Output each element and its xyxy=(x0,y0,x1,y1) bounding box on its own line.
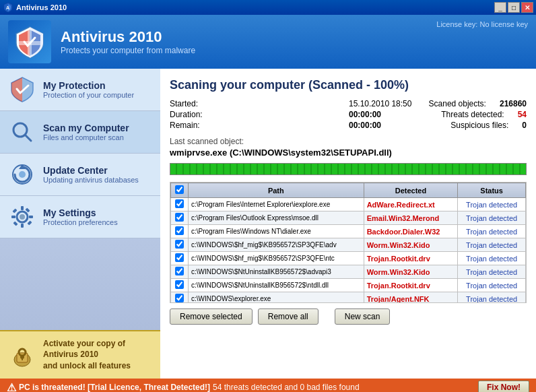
activate-icon xyxy=(8,341,36,369)
activate-text: Activate your copy of Antivirus 2010 and… xyxy=(43,338,131,372)
row-detected: Backdoor.Dialer.W32 xyxy=(364,225,458,238)
remove-selected-button[interactable]: Remove selected xyxy=(170,308,253,325)
row-checkbox[interactable] xyxy=(175,267,184,275)
row-path: c:\WINDOWS\$NtUninstallKB956572$\ntdll.d… xyxy=(189,279,364,292)
progress-bar-fill xyxy=(170,164,526,174)
svg-rect-11 xyxy=(21,206,24,210)
path-header: Path xyxy=(189,183,364,198)
row-detected: Trojan/Agent.NFK xyxy=(364,292,458,304)
svg-rect-12 xyxy=(21,224,24,228)
app-name: Antivirus 2010 xyxy=(61,28,528,46)
threats-table-container[interactable]: Path Detected Status c:\Program Files\In… xyxy=(170,182,527,303)
started-value: 15.10.2010 18:50 xyxy=(349,99,411,108)
row-checkbox[interactable] xyxy=(175,294,184,302)
table-row: c:\WINDOWS\$hf_mig$\KB956572\SP3QFE\ntc … xyxy=(171,252,526,265)
row-checkbox[interactable] xyxy=(175,199,184,208)
threats-value: 54 xyxy=(518,110,527,119)
table-row: c:\WINDOWS\$NtUninstallKB956572$\advapi3… xyxy=(171,265,526,279)
row-path: c:\WINDOWS\$NtUninstallKB956572$\advapi3 xyxy=(189,265,364,279)
shield-protection-icon xyxy=(8,75,36,104)
button-row: Remove selected Remove all New scan xyxy=(170,308,527,325)
svg-rect-13 xyxy=(11,216,15,218)
app-title-block: Antivirus 2010 Protects your computer fr… xyxy=(61,28,528,55)
row-path: c:\WINDOWS\$hf_mig$\KB956572\SP3QFE\adv xyxy=(189,238,364,252)
svg-rect-14 xyxy=(29,216,33,218)
suspicious-label: Suspicious files: xyxy=(450,121,508,130)
detected-header: Detected xyxy=(364,183,458,198)
row-checkbox[interactable] xyxy=(175,213,184,222)
license-key-display: License key: No license key xyxy=(436,20,528,28)
svg-rect-15 xyxy=(12,208,17,213)
sidebar-item-scan-computer[interactable]: Scan my Computer Files and computer scan xyxy=(0,111,160,154)
select-all-checkbox[interactable] xyxy=(175,185,184,194)
row-status: Trojan detected xyxy=(458,279,526,292)
row-detected: Email.Win32.Merond xyxy=(364,211,458,225)
row-detected: Worm.Win32.Kido xyxy=(364,265,458,279)
suspicious-value: 0 xyxy=(522,121,527,130)
fix-now-button[interactable]: Fix Now! xyxy=(478,381,529,392)
table-row: c:\Program Files\Internet Explorer\iexpl… xyxy=(171,198,526,211)
update-center-icon xyxy=(8,160,36,189)
update-center-title: Update Center xyxy=(43,165,139,176)
row-checkbox[interactable] xyxy=(175,226,184,235)
row-detected: Worm.Win32.Kido xyxy=(364,238,458,252)
row-checkbox-cell xyxy=(171,265,189,279)
title-bar: A Antivirus 2010 _ □ ✕ xyxy=(0,0,536,15)
status-header: Status xyxy=(458,183,526,198)
sidebar-item-my-protection[interactable]: My Protection Protection of your compute… xyxy=(0,69,160,111)
checkbox-header xyxy=(171,183,189,198)
row-path: c:\Program Files\Internet Explorer\iexpl… xyxy=(189,198,364,211)
activate-section[interactable]: Activate your copy of Antivirus 2010 and… xyxy=(0,330,160,379)
row-checkbox-cell xyxy=(171,252,189,265)
settings-icon xyxy=(8,203,36,231)
scan-computer-text: Scan my Computer Files and computer scan xyxy=(43,123,129,141)
row-status: Trojan detected xyxy=(458,225,526,238)
svg-rect-21 xyxy=(19,349,26,356)
threats-label: Threats detected: xyxy=(441,110,504,119)
row-checkbox-cell xyxy=(171,292,189,304)
last-scanned-file: wmiprvse.exe (C:\WINDOWS\system32\SETUPA… xyxy=(170,148,527,158)
status-bar-text-group: ⚠ PC is threatened! [Trial Licence, Thre… xyxy=(7,381,360,393)
my-protection-text: My Protection Protection of your compute… xyxy=(43,80,134,99)
table-row: c:\WINDOWS\explorer.exe Trojan/Agent.NFK… xyxy=(171,292,526,304)
scan-computer-title: Scan my Computer xyxy=(43,123,129,133)
svg-line-4 xyxy=(25,135,31,141)
remove-all-button[interactable]: Remove all xyxy=(258,308,319,325)
activate-line1: Activate your copy of xyxy=(43,339,125,348)
close-button[interactable]: ✕ xyxy=(521,2,533,13)
new-scan-button[interactable]: New scan xyxy=(335,308,391,325)
row-checkbox[interactable] xyxy=(175,253,184,262)
update-center-text: Update Center Updating antivirus databas… xyxy=(43,165,139,184)
row-status: Trojan detected xyxy=(458,252,526,265)
remain-value: 00:00:00 xyxy=(349,121,381,130)
row-checkbox-cell xyxy=(171,279,189,292)
sidebar: My Protection Protection of your compute… xyxy=(0,69,160,379)
table-header-row: Path Detected Status xyxy=(171,183,526,198)
status-bar-detail: 54 threats detected and 0 bad files foun… xyxy=(213,383,360,392)
row-status: Trojan detected xyxy=(458,292,526,304)
scan-info: Started: 15.10.2010 18:50 Scaned objects… xyxy=(170,99,527,130)
minimize-button[interactable]: _ xyxy=(494,2,506,13)
row-checkbox-cell xyxy=(171,225,189,238)
row-status: Trojan detected xyxy=(458,238,526,252)
shield-logo-icon xyxy=(12,24,47,59)
row-checkbox[interactable] xyxy=(175,280,184,289)
app-header: Antivirus 2010 Protects your computer fr… xyxy=(0,15,536,69)
threats-table: Path Detected Status c:\Program Files\In… xyxy=(170,183,526,303)
logo-container xyxy=(8,20,51,63)
my-settings-title: My Settings xyxy=(43,207,118,218)
remain-label: Remain: xyxy=(170,121,347,130)
sidebar-item-my-settings[interactable]: My Settings Protection preferences xyxy=(0,196,160,238)
svg-point-8 xyxy=(19,171,26,178)
svg-rect-18 xyxy=(13,221,18,226)
sidebar-item-update-center[interactable]: Update Center Updating antivirus databas… xyxy=(0,154,160,196)
scanned-objects-label: Scaned objects: xyxy=(429,99,486,108)
main-content: Scaning your computer (Scanned - 100%) S… xyxy=(160,69,536,379)
activate-line3: and unlock all features xyxy=(43,361,131,370)
maximize-button[interactable]: □ xyxy=(508,2,520,13)
row-path: c:\Program Files\Outlook Express\msoe.dl… xyxy=(189,211,364,225)
svg-rect-23 xyxy=(22,357,23,360)
duration-label: Duration: xyxy=(170,110,347,119)
row-checkbox[interactable] xyxy=(175,240,184,249)
row-detected: Trojan.Rootkit.drv xyxy=(364,279,458,292)
